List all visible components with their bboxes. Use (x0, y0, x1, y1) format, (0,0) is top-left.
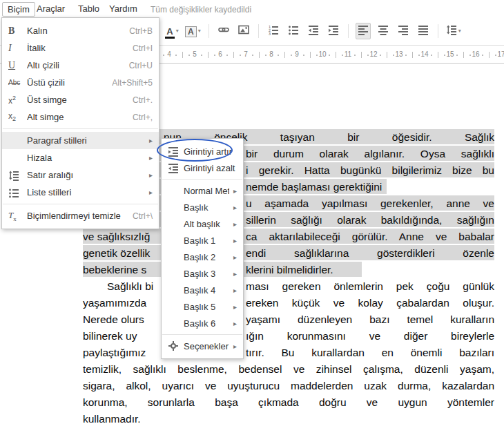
numbered-list-button[interactable]: 123 (266, 23, 281, 39)
line-spacing-button[interactable]: ▾ (445, 23, 462, 39)
submenu-arrow-icon: ▸ (233, 204, 237, 211)
menu-separator (162, 334, 242, 335)
text-color-icon: A (165, 25, 174, 37)
dropdown-caret-icon: ▾ (176, 28, 179, 34)
menubar-item-format[interactable]: Biçim (2, 2, 35, 17)
submenu-arrow-icon: ▸ (233, 187, 237, 195)
submenu-arrow-icon: ▸ (149, 171, 153, 179)
styles-submenu-item-title[interactable]: Başlık▸ (162, 199, 243, 215)
ruler-tick (240, 55, 241, 56)
numbered-list-icon: 123 (268, 24, 279, 38)
highlight-color-button[interactable]: A▾ (184, 23, 202, 39)
submenu-arrow-icon: ▸ (149, 188, 153, 196)
save-status: Tüm değişiklikler kaydedildi (151, 5, 251, 14)
ruler-tick (310, 52, 311, 58)
format-menu-item-clear-formatting[interactable]: TxBiçimlendirmeyi temizleCtrl+\ (2, 207, 159, 224)
format-menu-item-align[interactable]: Hizala▸ (2, 149, 159, 166)
text-color-button[interactable]: A▾ (164, 23, 180, 39)
menubar-item-help[interactable]: Yardım (104, 2, 142, 15)
document-text-line: paylaştığımız (83, 345, 146, 360)
align-justify-button[interactable] (416, 23, 431, 39)
dropdown-caret-icon: ▾ (198, 28, 201, 34)
ruler-tick (291, 55, 292, 56)
align-left-icon (358, 24, 369, 38)
styles-submenu-item-normal-text[interactable]: Normal Metin▸ (162, 182, 243, 199)
increase-indent-button[interactable] (326, 23, 341, 39)
menubar-item-table[interactable]: Tablo (73, 2, 104, 15)
styles-submenu-item-options[interactable]: Seçenekler▸ (162, 338, 243, 354)
ruler-tick (336, 52, 336, 58)
menu-item-label: Altı çizili (27, 60, 122, 70)
styles-submenu-item-heading-3[interactable]: Başlık 3▸ (162, 265, 243, 282)
align-center-button[interactable] (376, 23, 391, 39)
ruler-tick (361, 52, 362, 58)
insert-image-button[interactable] (236, 23, 251, 39)
format-menu-item-italic[interactable]: IİtalikCtrl+I (2, 39, 159, 57)
ruler-tick (214, 55, 215, 56)
menu-item-label: Başlık 1 (184, 235, 229, 246)
align-justify-icon (418, 24, 429, 38)
submenu-arrow-icon: ▸ (149, 137, 153, 144)
ruler-tick (456, 55, 458, 56)
styles-submenu-item-subtitle[interactable]: Alt başlık▸ (162, 215, 243, 232)
styles-submenu-item-heading-4[interactable]: Başlık 4▸ (162, 282, 243, 298)
list-styles-icon (8, 187, 27, 198)
ruler-tick (444, 55, 445, 56)
shortcut-label: Ctrl+\ (133, 211, 153, 221)
document-text-line: Sağlıklı bi (107, 279, 153, 293)
bulleted-list-button[interactable] (286, 23, 301, 39)
submenu-arrow-icon: ▸ (233, 287, 237, 294)
styles-submenu-item-heading-5[interactable]: Başlık 5▸ (162, 298, 243, 315)
styles-submenu-item-decrease-indent[interactable]: Girintiyi azalt (162, 160, 243, 176)
format-menu-item-paragraph-styles[interactable]: Paragraf stilleri▸ (2, 132, 159, 149)
submenu-arrow-icon: ▸ (149, 154, 153, 162)
align-right-button[interactable] (396, 23, 411, 39)
align-right-icon (398, 24, 409, 38)
ruler-tick (208, 52, 209, 58)
styles-submenu-item-heading-6[interactable]: Başlık 6▸ (162, 315, 243, 331)
submenu-arrow-icon: ▸ (233, 237, 237, 244)
insert-link-icon (218, 24, 229, 38)
menu-item-label: Başlık (184, 202, 229, 213)
format-menu-item-superscript[interactable]: x2Üst simgeCtrl+. (2, 91, 159, 108)
ruler-number: 5 (193, 50, 197, 58)
menubar-item-tools[interactable]: Araçlar (32, 2, 70, 15)
ruler-number: 11 (345, 50, 351, 58)
menu-item-label: Seçenekler (184, 341, 229, 351)
document-text-line: bilinerek uy (83, 329, 137, 343)
decrease-indent-button[interactable] (306, 23, 321, 39)
document-text-line: sigara, alkol, uyarıcı ve uyuşturucu mad… (83, 378, 494, 393)
styles-submenu-item-heading-1[interactable]: Başlık 1▸ (162, 232, 243, 249)
bulleted-list-icon (288, 24, 299, 38)
ruler-tick (418, 55, 420, 56)
ruler-tick (342, 55, 343, 56)
format-menu-item-subscript[interactable]: x2Alt simgeCtrl+, (2, 108, 159, 126)
ruler-tick (405, 55, 407, 56)
format-menu-item-strikethrough[interactable]: AbcÜstü çiziliAlt+Shift+5 (2, 74, 159, 91)
insert-link-button[interactable] (216, 23, 231, 39)
align-left-button[interactable] (356, 23, 371, 39)
ruler-tick (284, 52, 285, 58)
increase-indent-icon (328, 24, 339, 38)
ruler-tick (188, 55, 190, 56)
shortcut-label: Ctrl+. (133, 95, 153, 105)
menu-item-label: Üst simge (27, 95, 126, 105)
format-menu-item-list-styles[interactable]: Liste stilleri▸ (2, 184, 159, 201)
ruler-number: 13 (395, 50, 403, 58)
toolbar-separator (348, 24, 349, 38)
italic-icon: I (8, 43, 27, 54)
menu-separator (3, 204, 158, 204)
document-text-line: ca aktarılabileceği görülür. Anne ve bab… (246, 229, 494, 244)
ruler-tick (482, 55, 483, 56)
ruler-tick (463, 52, 464, 58)
menu-item-label: Biçimlendirmeyi temizle (27, 211, 126, 221)
document-text-line: ereken küçük ve kolay çabalardan oluşur. (246, 296, 494, 310)
shortcut-label: Alt+Shift+5 (112, 78, 153, 88)
format-menu-item-bold[interactable]: BKalınCtrl+B (2, 22, 159, 39)
ruler-tick (393, 55, 394, 56)
ruler-tick (182, 52, 183, 58)
styles-submenu-item-heading-2[interactable]: Başlık 2▸ (162, 249, 243, 265)
format-menu-item-underline[interactable]: UAltı çiziliCtrl+U (2, 57, 159, 74)
shortcut-label: Ctrl+U (129, 61, 153, 70)
format-menu-item-line-spacing[interactable]: Satır aralığı▸ (2, 166, 159, 184)
